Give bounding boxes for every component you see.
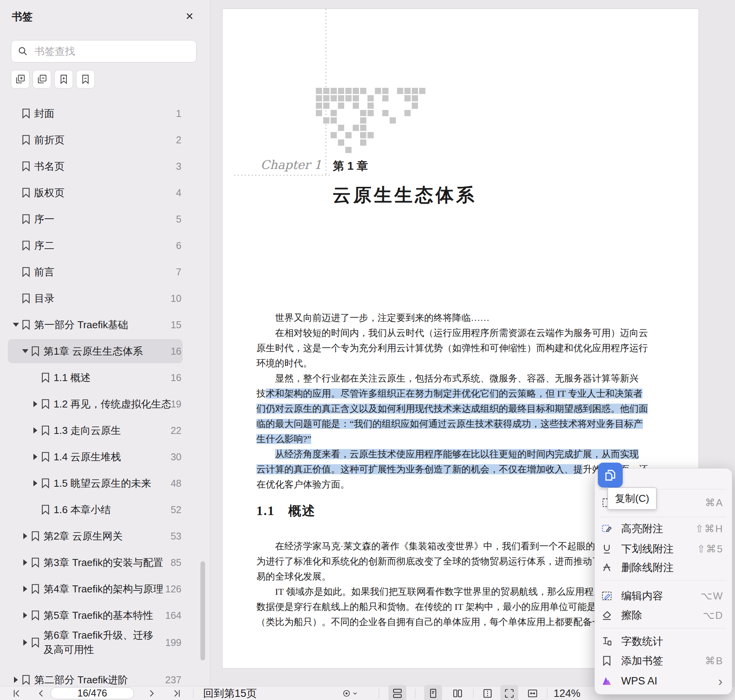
caret-right-icon[interactable]	[31, 401, 40, 407]
bookmark-icon	[30, 345, 44, 357]
chapter-dotted-line-horizontal	[234, 175, 332, 176]
bookmark-item[interactable]: 1.6 本章小结52	[0, 496, 210, 523]
caret-right-icon[interactable]	[21, 559, 30, 566]
bookmark-icon	[20, 674, 34, 686]
caret-right-icon[interactable]	[21, 612, 30, 618]
fit-page-button[interactable]	[479, 686, 496, 700]
bookmark-item[interactable]: 1.1 概述16	[0, 364, 210, 391]
bookmark-item[interactable]: 版权页4	[0, 179, 210, 206]
bookmark-item[interactable]: 序二6	[0, 232, 210, 259]
bookmark-item[interactable]: 1.3 走向云原生22	[0, 417, 210, 444]
page-indicator-input[interactable]	[51, 688, 134, 699]
menu-item-word-count[interactable]: 字数统计	[595, 632, 732, 651]
bookmark-item[interactable]: 第2章 云原生网关53	[0, 523, 210, 549]
bookmark-icon	[20, 213, 34, 225]
fit-width-button[interactable]	[524, 686, 542, 700]
menu-item-highlight-annotation[interactable]: 高亮附注⇧⌘H	[595, 519, 732, 538]
bookmark-page-number: 15	[171, 319, 210, 331]
bookmark-item[interactable]: 1.5 眺望云原生的未来48	[0, 470, 210, 496]
caret-right-icon[interactable]	[31, 454, 40, 460]
bookmark-item[interactable]: 第6章 Traefik升级、迁移及高可用性199	[0, 626, 210, 659]
strikethrough-annotation-icon	[601, 562, 614, 573]
caret-right-icon[interactable]	[12, 677, 20, 683]
next-page-button[interactable]	[145, 688, 158, 699]
bookmark-label: 版权页	[34, 186, 64, 200]
bookmark-item[interactable]: 第4章 Traefik的架构与原理126	[0, 576, 210, 602]
bookmark-label: 1.2 再见，传统虚拟化生态	[54, 397, 171, 411]
prev-page-button[interactable]	[34, 688, 48, 699]
last-page-button[interactable]	[170, 688, 184, 699]
menu-item-strikethrough-annotation[interactable]: 删除线附注	[595, 558, 732, 577]
bookmark-item[interactable]: 第5章 Traefik的基本特性164	[0, 602, 210, 629]
single-page-icon	[427, 688, 439, 699]
bookmark-item[interactable]: 前折页2	[0, 127, 210, 153]
bookmark-item[interactable]: 第一部分 Traefik基础15	[0, 312, 210, 338]
bookmark-item[interactable]: 封面1	[0, 100, 210, 127]
menu-item-erase[interactable]: 擦除⌥D	[595, 606, 732, 625]
chapter-script-label: Chapter 1	[223, 158, 322, 172]
body-text-line: 原生时代，这是一个专为充分利用云计算优势（如弹性和可伸缩性）而构建和优化应用程序…	[256, 340, 664, 356]
bookmark-label: 前言	[34, 265, 54, 279]
bookmark-item[interactable]: 1.4 云原生堆栈30	[0, 444, 210, 470]
page-indicator-box[interactable]	[51, 687, 134, 699]
bookmark-page-number: 7	[176, 266, 210, 278]
next-page-icon	[146, 688, 157, 698]
highlight-annotation-icon	[601, 523, 614, 535]
actual-size-button[interactable]	[500, 685, 518, 700]
add-bookmark-icon	[601, 655, 614, 667]
fit-page-icon	[482, 688, 493, 699]
bookmark-label: 1.4 云原生堆栈	[54, 450, 121, 464]
bookmark-item[interactable]: 1.2 再见，传统虚拟化生态19	[0, 391, 210, 417]
bookmark-page-number: 22	[171, 425, 210, 436]
sidebar-scrollbar[interactable]	[200, 561, 205, 660]
bookmark-item[interactable]: 书名页3	[0, 153, 210, 179]
fit-width-icon	[527, 688, 538, 699]
bookmark-item[interactable]: 第二部分 Traefik进阶237	[0, 667, 210, 686]
caret-right-icon[interactable]	[21, 586, 30, 592]
two-page-button[interactable]	[449, 686, 467, 700]
chevron-right-icon: ›	[718, 674, 723, 688]
bookmark-icon	[20, 134, 34, 146]
menu-item-label: WPS AI	[621, 675, 657, 687]
menu-item-edit-content[interactable]: 编辑内容⌥W	[595, 587, 732, 605]
caret-down-icon[interactable]	[12, 323, 20, 327]
bookmark-tree: 封面1前折页2书名页3版权页4序一5序二6前言7目录10第一部分 Traefik…	[0, 0, 210, 686]
bookmark-page-number: 2	[176, 134, 210, 146]
bookmark-label: 1.3 走向云原生	[54, 424, 121, 437]
bookmark-item[interactable]: 第3章 Traefik的安装与配置85	[0, 549, 210, 576]
menu-divider	[600, 628, 726, 629]
caret-down-icon[interactable]	[21, 349, 30, 353]
caret-right-icon[interactable]	[31, 480, 40, 486]
caret-right-icon[interactable]	[21, 533, 30, 539]
bookmark-icon	[20, 293, 34, 304]
eye-icon	[342, 688, 351, 699]
word-count-icon	[601, 636, 614, 647]
view-mode-button[interactable]	[342, 688, 357, 699]
menu-divider	[600, 580, 726, 581]
single-page-button[interactable]	[424, 685, 442, 700]
bookmark-label: 封面	[34, 107, 54, 120]
bookmark-item[interactable]: 第1章 云原生生态体系16	[0, 338, 210, 364]
menu-item-underline-annotation[interactable]: 下划线附注⇧⌘5	[595, 540, 732, 558]
caret-right-icon[interactable]	[21, 639, 30, 646]
bookmark-icon	[40, 425, 54, 436]
copy-icon	[603, 468, 617, 482]
bookmark-label: 第3章 Traefik的安装与配置	[44, 556, 163, 569]
menu-item-add-bookmark[interactable]: 添加书签⌘B	[595, 651, 732, 670]
scroll-mode-button[interactable]	[388, 685, 406, 700]
bookmark-item[interactable]: 序一5	[0, 206, 210, 232]
bookmark-label: 第1章 云原生生态体系	[44, 345, 143, 358]
bookmark-item[interactable]: 前言7	[0, 259, 210, 285]
caret-right-icon[interactable]	[31, 427, 40, 434]
bookmark-item[interactable]: 目录10	[0, 285, 210, 312]
menu-item-wps-ai[interactable]: WPS AI›	[595, 672, 732, 690]
zoom-level[interactable]: 124%	[554, 686, 580, 700]
menu-item-shortcut: ⌘B	[705, 655, 723, 667]
menu-divider	[600, 517, 726, 517]
body-text-line: 环境的时代。	[256, 355, 664, 371]
bookmark-page-number: 52	[171, 504, 210, 515]
copy-button[interactable]	[598, 463, 623, 488]
first-page-button[interactable]	[9, 688, 23, 699]
toolbar-divider	[547, 689, 547, 698]
back-to-page-button[interactable]: 回到第15页	[203, 686, 257, 700]
